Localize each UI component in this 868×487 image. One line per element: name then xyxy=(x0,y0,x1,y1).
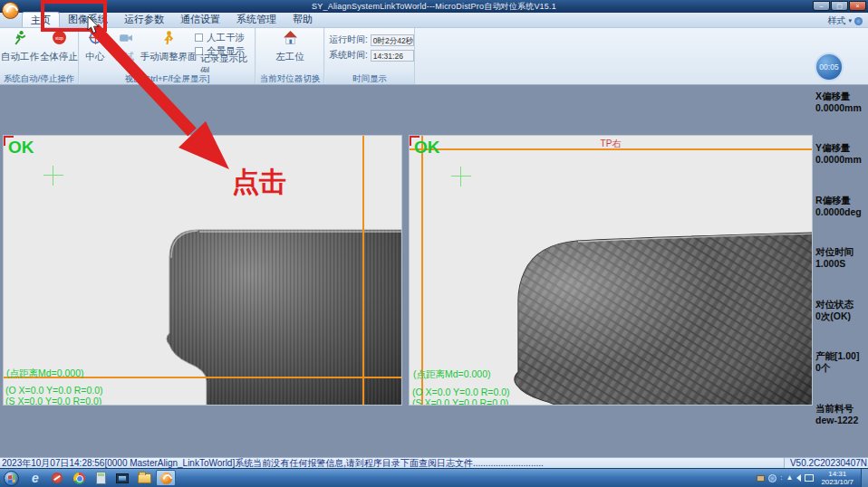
taskbar-item-align-app[interactable] xyxy=(156,470,176,486)
taskbar-item-chrome[interactable] xyxy=(69,470,89,486)
manual-intervene-checkbox[interactable]: 人工干涉 xyxy=(195,31,255,44)
group-view: 中心 测试 手动调整界面 人工干涉 xyxy=(80,28,256,84)
tab-system-mgmt[interactable]: 系统管理 xyxy=(228,12,285,27)
manual-adjust-button[interactable]: 手动调整界面 xyxy=(138,30,199,63)
tray-dots-icon[interactable]: : xyxy=(780,474,782,482)
readout-part-number: 当前料号 dew-1222 xyxy=(815,403,868,426)
clock-date: 2023/10/7 xyxy=(821,478,854,486)
auto-work-button[interactable]: 自动工作 xyxy=(1,30,39,63)
readout-label: 对位状态 xyxy=(815,299,868,310)
volume-icon[interactable] xyxy=(796,474,801,482)
left-station-button[interactable]: 左工位 xyxy=(271,30,309,63)
tab-comm-settings[interactable]: 通信设置 xyxy=(172,12,228,27)
runner-icon xyxy=(13,30,28,45)
taskbar-item-remote-tool[interactable] xyxy=(47,470,67,486)
close-button[interactable]: × xyxy=(849,1,866,11)
readout-capacity: 产能[1.00] 0个 xyxy=(815,350,868,374)
run-time-field[interactable]: 0时2分42秒 xyxy=(371,34,414,46)
house-icon xyxy=(283,30,298,45)
taskbar-item-file-explorer[interactable] xyxy=(134,470,154,486)
readout-label: Y偏移量 xyxy=(815,142,868,154)
align-vline xyxy=(421,136,423,406)
tray-update-icon[interactable] xyxy=(768,474,776,482)
left-offset-s-readout: (S X=0.0 Y=0.0 R=0.0) xyxy=(5,396,101,406)
camera-view-right[interactable]: OK TP右 (点距离Md=0.000) (O X=0.0 Y=0.0 R=0.… xyxy=(409,135,813,406)
group-auto-stop: 自动工作 stop 全体停止 系统自动/停止操作 xyxy=(0,28,79,84)
readout-label: 对位时间 xyxy=(815,246,868,258)
computer-icon xyxy=(116,473,129,483)
sys-time-row: 系统时间: 14:31:26 xyxy=(329,49,414,62)
test-label: 测试 xyxy=(109,51,141,63)
record-ratio-button[interactable]: 记录显示比例 xyxy=(195,58,255,72)
title-bar: SY_AliagnSystemLinkToWorld---MicroDistPr… xyxy=(0,0,868,13)
center-label: 中心 xyxy=(80,51,111,63)
readout-label: 当前料号 xyxy=(815,403,868,415)
window-title: SY_AliagnSystemLinkToWorld---MicroDistPr… xyxy=(312,1,556,13)
stop-icon: stop xyxy=(52,30,67,45)
readout-value: 0次(OK) xyxy=(815,310,868,322)
person-icon xyxy=(161,30,177,45)
group-station-switch: 左工位 当前对位器切换 xyxy=(256,28,324,84)
center-crosshair-icon xyxy=(88,30,103,45)
show-desktop-button[interactable] xyxy=(861,469,868,487)
readout-value: 0.0000mm xyxy=(815,102,868,114)
taskbar-item-internet-explorer[interactable]: e xyxy=(25,470,45,486)
application-window: SY_AliagnSystemLinkToWorld---MicroDistPr… xyxy=(0,0,868,487)
maximize-button[interactable]: ▢ xyxy=(831,1,848,11)
tab-help[interactable]: 帮助 xyxy=(285,12,321,27)
readout-value: 0个 xyxy=(815,362,868,374)
sys-time-field[interactable]: 14:31:26 xyxy=(371,50,414,62)
left-part-image xyxy=(4,136,402,406)
readout-label: R偏移量 xyxy=(815,195,868,206)
taskbar-item-my-computer[interactable] xyxy=(112,470,132,486)
minimize-button[interactable]: – xyxy=(813,1,830,11)
remote-tool-icon xyxy=(52,473,63,483)
status-message: 2023年10月07日14:28:56[0000 MasterAlign_Lin… xyxy=(2,458,544,468)
readout-label: X偏移量 xyxy=(815,91,868,102)
style-menu[interactable]: 样式 ▾ xyxy=(827,14,863,27)
version-label: V50.2C20230407N xyxy=(784,458,867,468)
group-label-station: 当前对位器切换 xyxy=(256,72,323,84)
right-distance-readout: (点距离Md=0.000) xyxy=(413,368,491,381)
ribbon-tab-row: 主页 图像系统 运行参数 通信设置 系统管理 帮助 样式 ▾ xyxy=(0,13,868,28)
camera-view-left[interactable]: OK TP左 (点距离Md=0.000) (O X=0.0 Y=0.0 R=0.… xyxy=(3,135,402,406)
style-menu-label: 样式 xyxy=(827,14,845,27)
group-label-view: 视图[Ctrl+F/f全屏显示] xyxy=(80,72,255,84)
tray-expand-icon[interactable]: ▲ xyxy=(786,474,793,482)
stop-all-button[interactable]: stop 全体停止 xyxy=(40,30,78,63)
app-logo-icon[interactable] xyxy=(2,2,19,19)
taskbar: e : ▲ 14:31 2023/10/7 xyxy=(0,468,868,487)
system-tray: : ▲ 14:31 2023/10/7 xyxy=(757,469,868,487)
readout-r-offset: R偏移量 0.0000deg xyxy=(815,195,868,218)
readout-value: 0.0000deg xyxy=(815,206,868,218)
tab-run-params[interactable]: 运行参数 xyxy=(116,12,172,27)
tab-home[interactable]: 主页 xyxy=(22,12,60,27)
clock-time: 14:31 xyxy=(821,470,854,478)
timer-badge: 00:05 xyxy=(815,53,844,81)
start-button[interactable] xyxy=(4,471,19,486)
right-camera-title: TP右 xyxy=(410,138,812,150)
chrome-icon xyxy=(73,473,85,484)
style-menu-icon xyxy=(854,17,863,25)
left-distance-readout: (点距离Md=0.000) xyxy=(6,368,84,380)
test-button[interactable]: 测试 xyxy=(109,30,141,63)
readout-align-status: 对位状态 0次(OK) xyxy=(815,299,868,322)
group-label-auto-stop: 系统自动/停止操作 xyxy=(0,72,78,84)
sys-time-label: 系统时间: xyxy=(329,49,368,62)
left-offset-o-readout: (O X=0.0 Y=0.0 R=0.0) xyxy=(5,385,103,396)
center-button[interactable]: 中心 xyxy=(80,30,111,63)
chevron-down-icon: ▾ xyxy=(848,17,852,24)
ribbon-tabs: 主页 图像系统 运行参数 通信设置 系统管理 帮助 xyxy=(22,12,321,27)
taskbar-item-calculator[interactable] xyxy=(91,470,111,486)
checkbox-icon xyxy=(195,33,203,42)
align-vline xyxy=(362,136,364,406)
readout-value: 0.0000mm xyxy=(815,154,868,166)
tray-briefcase-icon[interactable] xyxy=(757,475,765,482)
readout-value: 1.000S xyxy=(815,258,868,270)
network-icon[interactable] xyxy=(805,474,814,482)
taskbar-clock[interactable]: 14:31 2023/10/7 xyxy=(821,470,854,486)
run-time-label: 运行时间: xyxy=(329,33,368,46)
right-offset-s-readout: (S X=0.0 Y=0.0 R=0.0) xyxy=(412,397,508,406)
left-camera-title: TP左 xyxy=(4,138,401,150)
tab-image-system[interactable]: 图像系统 xyxy=(60,12,116,27)
